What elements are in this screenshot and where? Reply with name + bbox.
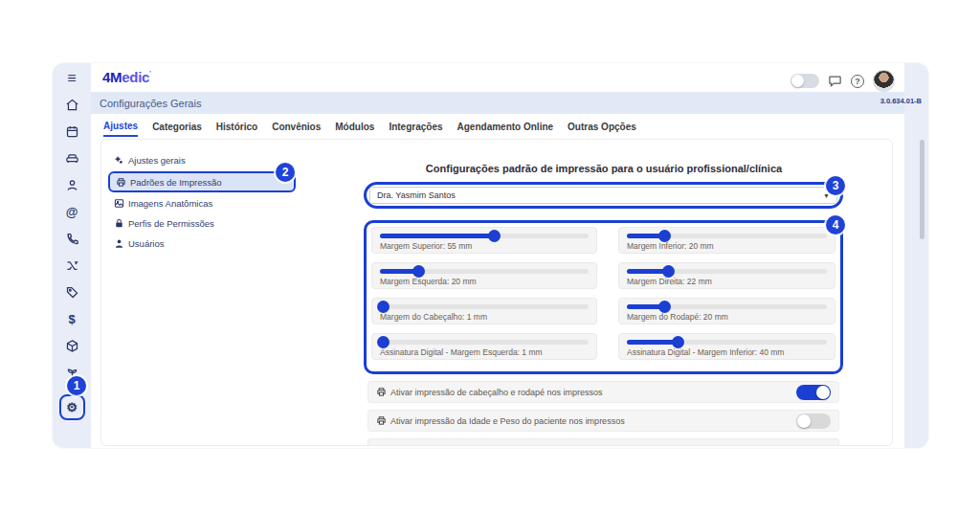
settings-gear-icon[interactable]: ⚙ bbox=[59, 399, 84, 415]
integrations-icon[interactable] bbox=[59, 257, 84, 274]
slider-margem-superior: Margem Superior: 55 mm bbox=[371, 227, 597, 254]
slider-label: Margem Direita: 22 mm bbox=[627, 277, 827, 286]
toggle-row-partial bbox=[368, 438, 839, 446]
professional-select-value: Dra. Yasmim Santos bbox=[377, 190, 456, 200]
slider-label: Margem Superior: 55 mm bbox=[380, 241, 589, 251]
professional-select[interactable]: Dra. Yasmim Santos ▼ bbox=[369, 187, 837, 204]
mentions-icon[interactable]: @ bbox=[59, 204, 84, 220]
slider-margem-esquerda: Margem Esquerda: 20 mm bbox=[371, 262, 597, 289]
slider-track[interactable] bbox=[627, 304, 827, 309]
page-header: Configurações Gerais bbox=[91, 92, 904, 114]
content-area: 4Medic’ ? Configurações Gerais Ajustes C… bbox=[91, 63, 904, 448]
app-window: ≡ @ $ bbox=[53, 63, 928, 448]
menu-icon[interactable]: ≡ bbox=[59, 70, 84, 86]
settings-nav-highlight[interactable]: ⚙ bbox=[59, 394, 85, 420]
page-title: Configurações Gerais bbox=[100, 98, 201, 109]
slider-knob[interactable] bbox=[662, 265, 675, 278]
printer-icon bbox=[376, 415, 387, 426]
slider-margem-rodape: Margem do Rodapé: 20 mm bbox=[618, 298, 835, 324]
toggle-row-idade-peso: Ativar impressão da Idade e Peso do paci… bbox=[368, 410, 839, 432]
slider-label: Margem do Cabeçalho: 1 mm bbox=[380, 312, 589, 322]
slider-track[interactable] bbox=[627, 234, 827, 238]
image-icon bbox=[113, 198, 124, 210]
logo-light: edic bbox=[122, 69, 149, 85]
margin-sliders: Margem Superior: 55 mm Margem Inferior: … bbox=[371, 227, 835, 360]
callout-badge-4: 4 bbox=[826, 215, 845, 235]
settings-menu: Ajustes gerais Padrões de Impressão Imag… bbox=[108, 151, 296, 255]
slider-margem-cabecalho: Margem do Cabeçalho: 1 mm bbox=[371, 298, 597, 324]
chat-icon[interactable] bbox=[828, 74, 842, 88]
switch-knob bbox=[797, 414, 811, 428]
toggle-cabecalho-rodape[interactable] bbox=[796, 385, 831, 400]
home-icon[interactable] bbox=[59, 97, 84, 113]
tab-ajustes[interactable]: Ajustes bbox=[103, 116, 138, 137]
menu-item-padroes-impressao[interactable]: Padrões de Impressão bbox=[108, 171, 296, 192]
slider-knob[interactable] bbox=[658, 230, 671, 242]
tab-agendamento-online[interactable]: Agendamento Online bbox=[457, 117, 554, 136]
slider-track[interactable] bbox=[627, 269, 827, 274]
menu-item-label: Padrões de Impressão bbox=[130, 177, 222, 188]
tab-historico[interactable]: Histórico bbox=[216, 117, 257, 136]
menu-item-ajustes-gerais[interactable]: Ajustes gerais bbox=[108, 151, 296, 169]
menu-item-imagens-anatomicas[interactable]: Imagens Anatômicas bbox=[108, 194, 296, 212]
tags-icon[interactable] bbox=[59, 284, 84, 301]
slider-assinatura-inferior: Assinatura Digital - Margem Inferior: 40… bbox=[618, 333, 835, 360]
slider-track[interactable] bbox=[380, 234, 589, 238]
menu-item-perfis-permissoes[interactable]: Perfis de Permissões bbox=[108, 214, 296, 233]
toggle-idade-peso[interactable] bbox=[796, 413, 831, 429]
slider-track[interactable] bbox=[380, 340, 589, 345]
slider-margem-inferior: Margem Inferior: 20 mm bbox=[618, 227, 835, 254]
billing-icon[interactable]: $ bbox=[59, 311, 84, 327]
menu-item-label: Usuários bbox=[128, 238, 165, 249]
top-bar: 4Medic’ ? bbox=[91, 63, 904, 92]
version-label: 3.0.634.01-B bbox=[880, 97, 922, 105]
menu-item-label: Perfis de Permissões bbox=[128, 218, 214, 229]
theme-toggle-knob bbox=[791, 75, 804, 87]
slider-knob[interactable] bbox=[488, 230, 501, 242]
printer-icon bbox=[376, 387, 387, 397]
logo-mark: ’ bbox=[149, 69, 151, 78]
slider-track[interactable] bbox=[627, 340, 827, 345]
settings-card: Ajustes gerais Padrões de Impressão Imag… bbox=[100, 139, 893, 446]
menu-item-label: Ajustes gerais bbox=[128, 155, 186, 166]
slider-margem-direita: Margem Direita: 22 mm bbox=[618, 262, 835, 289]
patients-icon[interactable] bbox=[59, 177, 84, 193]
tab-bar: Ajustes Categorias Histórico Convênios M… bbox=[91, 114, 904, 139]
slider-label: Margem Esquerda: 20 mm bbox=[380, 277, 589, 286]
slider-track[interactable] bbox=[380, 304, 589, 309]
avatar[interactable] bbox=[873, 70, 895, 92]
slider-label: Margem Inferior: 20 mm bbox=[627, 241, 827, 251]
app-logo: 4Medic’ bbox=[102, 69, 151, 85]
theme-toggle[interactable] bbox=[791, 74, 819, 88]
help-icon[interactable]: ? bbox=[851, 75, 864, 88]
menu-item-usuarios[interactable]: Usuários bbox=[108, 235, 296, 253]
user-icon bbox=[113, 238, 124, 250]
toggle-label: Ativar impressão de cabeçalho e rodapé n… bbox=[390, 388, 796, 397]
calendar-icon[interactable] bbox=[59, 123, 84, 140]
phone-icon[interactable] bbox=[59, 231, 84, 247]
waiting-room-icon[interactable] bbox=[59, 150, 84, 167]
slider-label: Assinatura Digital - Margem Inferior: 40… bbox=[627, 347, 827, 357]
scrollbar-thumb[interactable] bbox=[920, 140, 924, 239]
callout-badge-2: 2 bbox=[276, 163, 295, 182]
top-actions: ? bbox=[791, 70, 895, 92]
screen: ≡ @ $ bbox=[0, 0, 980, 514]
tab-integracoes[interactable]: Integrações bbox=[389, 117, 442, 136]
section-title: Configurações padrão de impressão para o… bbox=[360, 163, 848, 174]
tab-convenios[interactable]: Convênios bbox=[272, 117, 321, 136]
gears-icon bbox=[113, 155, 124, 167]
menu-item-label: Imagens Anatômicas bbox=[128, 198, 212, 209]
slider-track[interactable] bbox=[380, 269, 589, 274]
slider-knob[interactable] bbox=[658, 301, 671, 313]
slider-label: Assinatura Digital - Margem Esquerda: 1 … bbox=[380, 347, 589, 357]
tab-outras-opcoes[interactable]: Outras Opções bbox=[568, 117, 636, 136]
tab-modulos[interactable]: Módulos bbox=[335, 117, 374, 136]
logo-bold: 4M bbox=[102, 69, 122, 85]
printer-icon bbox=[115, 176, 126, 188]
stock-icon[interactable] bbox=[59, 338, 84, 354]
slider-assinatura-esquerda: Assinatura Digital - Margem Esquerda: 1 … bbox=[371, 333, 597, 360]
callout-badge-1: 1 bbox=[67, 376, 86, 395]
switch-knob bbox=[816, 386, 830, 399]
lock-icon bbox=[113, 218, 124, 230]
tab-categorias[interactable]: Categorias bbox=[152, 117, 202, 136]
